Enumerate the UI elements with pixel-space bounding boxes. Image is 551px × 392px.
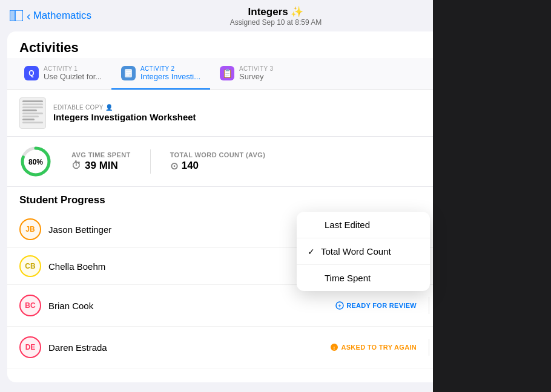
avatar: JB	[19, 218, 41, 240]
page-subtitle: Assigned Sep 10 at 8:59 AM	[91, 18, 460, 27]
nav-left: ‹ Mathematics	[10, 9, 91, 23]
activities-title: Activities	[19, 40, 79, 55]
word-count-stat: TOTAL WORD COUNT (AVG) ⊙ 140	[170, 151, 266, 172]
word-count-value: ⊙ 140	[170, 160, 266, 172]
page-title: Integers ✨	[91, 5, 460, 18]
student-name: Daren Estrada	[48, 342, 323, 353]
status-badge: ! ASKED TO TRY AGAIN	[330, 343, 417, 351]
tab-2-num: ACTIVITY 2	[140, 65, 200, 72]
tab-1-name: Use Quizlet for...	[44, 72, 102, 81]
nav-center: Integers ✨ Assigned Sep 10 at 8:59 AM	[91, 5, 460, 27]
tab-activity-1[interactable]: Q ACTIVITY 1 Use Quizlet for...	[15, 58, 111, 90]
dropdown-item-total-word-count[interactable]: ✓ Total Word Count	[297, 238, 430, 265]
avg-time-stat: AVG TIME SPENT ⏱ 39 MIN	[71, 151, 131, 172]
svg-rect-0	[10, 10, 15, 21]
section-title: Student Progress	[19, 194, 105, 206]
doc-icon	[121, 66, 136, 80]
dropdown-item-last-edited[interactable]: Last Edited	[297, 212, 430, 238]
worksheet-info: EDITABLE COPY 👤 Integers Investigation W…	[19, 97, 196, 129]
svg-text:!: !	[334, 345, 335, 351]
avatar: BC	[19, 295, 41, 316]
right-overlay	[433, 0, 551, 392]
progress-text: 80%	[28, 158, 43, 166]
student-name: Brian Cook	[48, 301, 328, 311]
dropdown-label: Total Word Count	[321, 246, 391, 256]
back-label: Mathematics	[33, 10, 91, 22]
tab-activity-3[interactable]: 📋 ACTIVITY 3 Survey	[210, 58, 283, 90]
status-badge: + READY FOR REVIEW	[335, 301, 417, 310]
dropdown-label: Time Spent	[325, 273, 371, 283]
sort-dropdown: Last Edited ✓ Total Word Count Time Spen…	[297, 212, 430, 291]
row-divider	[429, 297, 429, 314]
worksheet-name: Integers Investigation Worksheet	[53, 112, 196, 122]
word-count-label: TOTAL WORD COUNT (AVG)	[170, 151, 266, 158]
progress-circle-wrap: 80%	[19, 145, 52, 178]
avatar: DE	[19, 336, 41, 358]
shield-icon: ⊙	[170, 160, 178, 172]
tab-1-num: ACTIVITY 1	[44, 65, 102, 72]
back-button[interactable]: ‹ Mathematics	[27, 9, 91, 23]
word-count-number: 140	[182, 160, 199, 172]
clock-icon: ⏱	[71, 160, 81, 171]
dropdown-item-time-spent[interactable]: Time Spent	[297, 265, 430, 291]
svg-text:+: +	[338, 303, 341, 309]
tab-3-num: ACTIVITY 3	[239, 65, 273, 72]
avg-time-value: ⏱ 39 MIN	[71, 160, 131, 172]
avg-time-number: 39 MIN	[85, 160, 118, 172]
worksheet-meta: EDITABLE COPY 👤 Integers Investigation W…	[53, 104, 196, 122]
editable-badge: EDITABLE COPY 👤	[53, 104, 196, 111]
checkmark-icon: ✓	[308, 247, 315, 256]
dropdown-label: Last Edited	[325, 220, 370, 230]
survey-icon: 📋	[220, 66, 234, 80]
tab-3-name: Survey	[239, 72, 273, 81]
back-chevron-icon: ‹	[27, 9, 31, 23]
avatar: CB	[19, 255, 41, 277]
tab-activity-2[interactable]: ACTIVITY 2 Integers Investi...	[111, 58, 210, 90]
quizlet-icon: Q	[24, 66, 39, 80]
progress-circle: 80%	[19, 145, 52, 178]
worksheet-thumbnail	[19, 97, 46, 129]
avg-time-label: AVG TIME SPENT	[71, 151, 131, 158]
row-divider	[429, 339, 429, 356]
stat-divider	[150, 149, 151, 174]
tab-2-name: Integers Investi...	[140, 72, 200, 81]
sidebar-toggle-button[interactable]	[10, 10, 23, 21]
